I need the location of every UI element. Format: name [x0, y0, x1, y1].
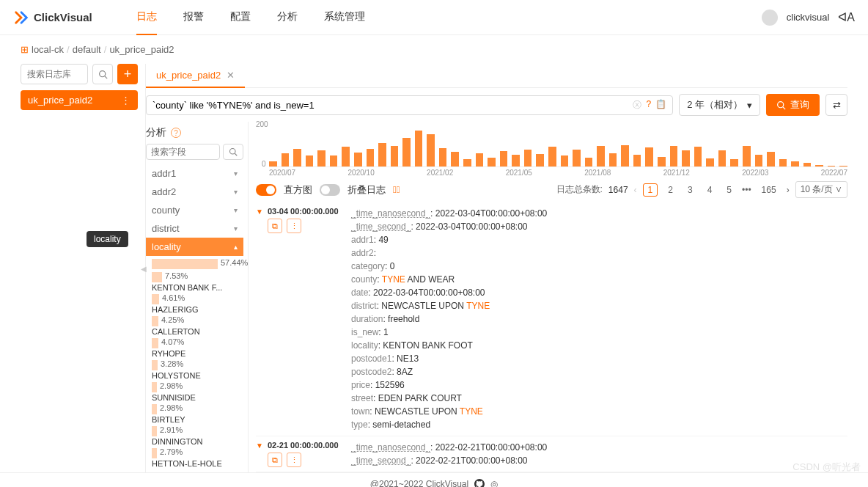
histogram-chart[interactable]: 200 0 2020/072020/102021/022021/052021/0…: [256, 122, 847, 177]
bar[interactable]: [512, 155, 520, 167]
visibility-icon[interactable]: 👁⃠: [393, 184, 400, 195]
bar[interactable]: [269, 161, 277, 167]
bar[interactable]: [378, 143, 386, 167]
field-item-county[interactable]: county▾: [146, 201, 243, 219]
field-value-row[interactable]: 2.98%SUNNISIDE: [152, 382, 243, 402]
more-icon[interactable]: ⋮: [121, 95, 130, 106]
bar[interactable]: [415, 131, 423, 167]
more-button[interactable]: ⋮: [287, 219, 301, 233]
target-icon[interactable]: ◎: [490, 479, 498, 487]
page-size-select[interactable]: 10 条/页 ∨: [795, 181, 847, 198]
bar[interactable]: [609, 153, 617, 166]
field-value-row[interactable]: 2.79%HETTON-LE-HOLE: [152, 448, 243, 468]
bar[interactable]: [342, 147, 350, 167]
field-value-row[interactable]: 2.98%BIRTLEY: [152, 404, 243, 424]
field-value-row[interactable]: 4.25%CALLERTON: [152, 316, 243, 336]
nav-logs[interactable]: 日志: [136, 0, 157, 35]
bar[interactable]: [282, 153, 290, 166]
page-last[interactable]: 165: [757, 184, 781, 196]
field-item-district[interactable]: district▾: [146, 219, 243, 238]
bar[interactable]: [573, 150, 581, 166]
bar[interactable]: [755, 155, 763, 166]
table-search-input[interactable]: [21, 64, 88, 84]
add-table-button[interactable]: +: [117, 64, 138, 84]
query-input[interactable]: [152, 100, 633, 111]
next-page[interactable]: ›: [787, 185, 790, 195]
caret-down-icon[interactable]: ▼: [256, 442, 263, 450]
bar[interactable]: [293, 149, 301, 166]
page-4[interactable]: 4: [703, 184, 717, 196]
github-icon[interactable]: [474, 479, 485, 487]
page-1[interactable]: 1: [643, 183, 658, 197]
bar[interactable]: [476, 153, 484, 166]
prev-page[interactable]: ‹: [634, 185, 637, 195]
bar[interactable]: [317, 150, 326, 166]
history-icon[interactable]: 📋: [655, 99, 666, 111]
bar[interactable]: [463, 159, 471, 166]
help-icon[interactable]: ?: [171, 128, 181, 138]
time-range-select[interactable]: 2 年（相对） ▾: [679, 94, 760, 116]
bar[interactable]: [597, 146, 605, 166]
bar[interactable]: [451, 152, 459, 167]
bar[interactable]: [670, 146, 678, 166]
avatar[interactable]: [762, 10, 778, 26]
bar[interactable]: [427, 134, 435, 166]
bc-0[interactable]: local-ck: [32, 44, 64, 55]
more-button[interactable]: ⋮: [287, 453, 301, 467]
histogram-toggle[interactable]: [256, 184, 276, 196]
bar[interactable]: [767, 152, 775, 166]
bar[interactable]: [500, 151, 508, 166]
swap-button[interactable]: ⇄: [825, 94, 847, 116]
field-item-addr2[interactable]: addr2▾: [146, 183, 243, 201]
bar[interactable]: [682, 150, 690, 167]
table-item[interactable]: uk_price_paid2 ⋮: [21, 90, 138, 110]
bar[interactable]: [561, 155, 569, 166]
clear-icon[interactable]: ⓧ: [633, 99, 641, 111]
page-2[interactable]: 2: [663, 184, 677, 196]
field-search-input[interactable]: [146, 144, 220, 160]
table-search-button[interactable]: [92, 64, 113, 84]
bar[interactable]: [354, 153, 362, 167]
bar[interactable]: [439, 148, 447, 166]
collapse-left-icon[interactable]: ◀: [141, 264, 147, 272]
bar[interactable]: [330, 155, 338, 166]
field-value-row[interactable]: 57.44%: [152, 259, 243, 270]
bar[interactable]: [730, 159, 738, 167]
page-3[interactable]: 3: [683, 184, 697, 196]
nav-config[interactable]: 配置: [230, 0, 251, 35]
bar[interactable]: [367, 149, 375, 166]
field-value-row[interactable]: 3.28%HOLYSTONE: [152, 360, 243, 380]
bar[interactable]: [306, 155, 314, 167]
bar[interactable]: [645, 147, 653, 166]
bar[interactable]: [706, 158, 714, 166]
bar[interactable]: [718, 150, 727, 167]
bar[interactable]: [621, 145, 629, 167]
field-value-row[interactable]: 4.61%HAZLERIGG: [152, 294, 243, 314]
bar[interactable]: [524, 150, 532, 167]
nav-analysis[interactable]: 分析: [277, 0, 298, 35]
bar[interactable]: [488, 158, 496, 167]
bar[interactable]: [633, 155, 641, 166]
field-search-button[interactable]: [223, 144, 243, 160]
bar[interactable]: [779, 159, 787, 166]
bc-1[interactable]: default: [73, 44, 101, 55]
field-item-addr1[interactable]: addr1▾: [146, 164, 243, 183]
help-icon[interactable]: ?: [646, 99, 651, 111]
bar[interactable]: [694, 147, 702, 166]
fold-toggle[interactable]: [320, 184, 340, 196]
copy-button[interactable]: ⧉: [268, 219, 282, 233]
bar[interactable]: [791, 161, 799, 167]
bar[interactable]: [743, 146, 751, 166]
bar[interactable]: [585, 158, 593, 167]
tab-active[interactable]: uk_price_paid2 ✕: [146, 64, 245, 88]
field-value-row[interactable]: 7.53%KENTON BANK F...: [152, 272, 243, 292]
bc-2[interactable]: uk_price_paid2: [109, 44, 174, 55]
close-icon[interactable]: ✕: [227, 70, 235, 81]
bar[interactable]: [658, 157, 666, 166]
search-button[interactable]: 查询: [766, 94, 820, 116]
field-value-row[interactable]: 4.07%RYHOPE: [152, 338, 243, 358]
bar[interactable]: [402, 138, 411, 166]
bar[interactable]: [548, 147, 556, 166]
page-5[interactable]: 5: [722, 184, 736, 196]
field-item-locality[interactable]: locality▴: [146, 238, 243, 256]
